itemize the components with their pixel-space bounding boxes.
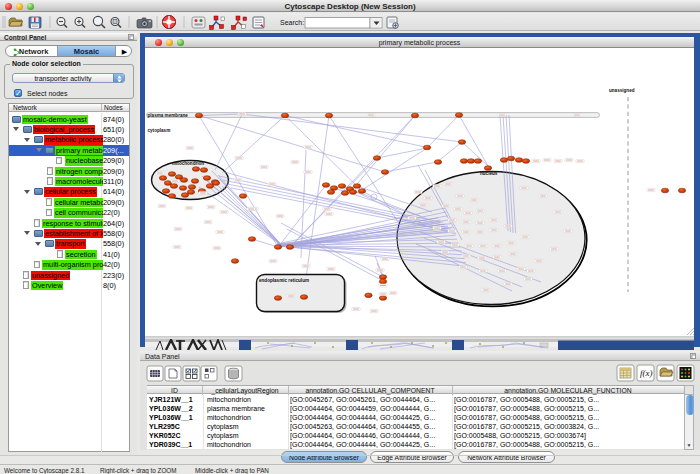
- svg-text:nucleus: nucleus: [480, 171, 498, 176]
- svg-text:unassigned: unassigned: [609, 88, 635, 93]
- svg-text:Search:: Search:: [280, 19, 304, 26]
- svg-text:f(x): f(x): [640, 368, 653, 378]
- svg-text:endoplasmic reticulum: endoplasmic reticulum: [259, 278, 309, 283]
- svg-text:mitochondrion: mitochondrion: [172, 161, 204, 166]
- svg-text:cytoplasm: cytoplasm: [148, 128, 171, 133]
- svg-text:plasma membrane: plasma membrane: [148, 113, 189, 118]
